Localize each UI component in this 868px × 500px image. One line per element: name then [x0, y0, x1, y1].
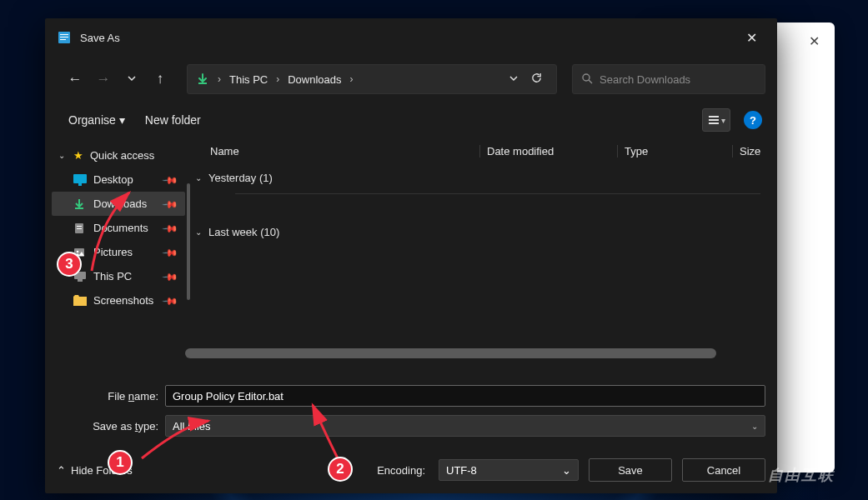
svg-rect-1	[60, 34, 68, 35]
chevron-down-icon: ⌄	[195, 228, 202, 237]
svg-rect-11	[77, 226, 82, 227]
sidebar-item-screenshots[interactable]: Screenshots 📌	[52, 288, 185, 312]
sidebar-item-label: Downloads	[93, 198, 147, 210]
col-type[interactable]: Type	[617, 145, 732, 158]
pin-icon: 📌	[162, 292, 179, 309]
savetype-label: Save as type:	[57, 420, 165, 432]
address-bar[interactable]: › This PC › Downloads ›	[187, 64, 557, 94]
chevron-down-icon: ⌄	[562, 464, 571, 477]
sidebar-item-desktop[interactable]: Desktop 📌	[52, 168, 185, 192]
download-icon	[73, 198, 87, 210]
button-row: ⌃ Hide Folders Encoding: UTF-8 ⌄ Save Ca…	[45, 445, 777, 493]
pictures-icon	[73, 247, 87, 258]
new-folder-button[interactable]: New folder	[145, 113, 201, 127]
filename-input[interactable]	[165, 385, 765, 407]
save-button[interactable]: Save	[589, 458, 672, 482]
svg-rect-8	[73, 174, 87, 183]
desktop-icon	[73, 174, 87, 186]
close-icon[interactable]: ✕	[809, 33, 820, 49]
group-label: Last week (10)	[208, 226, 279, 238]
savetype-combobox[interactable]: All Files ⌄	[165, 415, 765, 437]
file-list[interactable]: Name Date modified Type Size ⌄ Yesterday…	[185, 138, 777, 365]
list-group[interactable]: ⌄ Yesterday (1)	[185, 163, 777, 192]
horizontal-scrollbar[interactable]	[185, 348, 762, 358]
col-date[interactable]: Date modified	[479, 145, 617, 158]
up-button[interactable]: ↑	[148, 71, 172, 88]
savetype-value: All Files	[173, 420, 211, 432]
recent-locations-button[interactable]	[120, 71, 143, 88]
svg-rect-7	[709, 122, 719, 124]
pin-icon: 📌	[162, 171, 179, 188]
svg-point-4	[583, 74, 590, 81]
form-area: File name: Save as type: All Files ⌄	[45, 365, 777, 445]
nav-bar: ← → ↑ › This PC › Downloads › Search Dow…	[45, 57, 777, 102]
col-name[interactable]: Name	[210, 145, 479, 158]
main-area: ⌄ ★ Quick access Desktop 📌 Downloads 📌 D…	[45, 138, 777, 365]
encoding-combobox[interactable]: UTF-8 ⌄	[439, 459, 579, 481]
close-button[interactable]: ✕	[732, 18, 770, 57]
svg-rect-3	[60, 39, 66, 40]
pin-icon: 📌	[162, 219, 179, 237]
svg-rect-6	[709, 119, 719, 121]
chevron-down-icon: ⌄	[751, 422, 758, 431]
title-bar: Save As ✕	[45, 18, 777, 57]
star-icon: ★	[73, 149, 83, 162]
chevron-right-icon: ›	[276, 73, 279, 85]
watermark: 自由互联	[768, 465, 835, 485]
help-button[interactable]: ?	[744, 111, 762, 129]
filename-label: File name:	[57, 390, 165, 402]
nav-pane: ⌄ ★ Quick access Desktop 📌 Downloads 📌 D…	[45, 138, 185, 365]
chevron-up-icon: ⌃	[57, 464, 66, 477]
cancel-button[interactable]: Cancel	[682, 458, 765, 482]
group-divider	[235, 193, 760, 194]
view-mode-button[interactable]: ▾	[702, 108, 730, 132]
search-input[interactable]: Search Downloads	[572, 64, 765, 94]
refresh-button[interactable]	[530, 72, 543, 87]
sidebar-item-label: Documents	[93, 222, 148, 234]
chevron-down-icon: ▾	[721, 116, 725, 125]
group-label: Yesterday (1)	[208, 172, 273, 184]
sidebar-quick-access[interactable]: ⌄ ★ Quick access	[52, 143, 185, 168]
svg-point-14	[77, 250, 79, 252]
search-placeholder: Search Downloads	[600, 73, 690, 86]
pin-icon: 📌	[162, 195, 179, 212]
notepad-icon	[57, 30, 72, 45]
organise-button[interactable]: Organise ▾	[68, 113, 125, 127]
search-icon	[581, 72, 593, 87]
forward-button[interactable]: →	[92, 71, 115, 88]
sidebar-item-label: Screenshots	[93, 294, 153, 307]
sidebar-item-pictures[interactable]: Pictures 📌	[52, 240, 185, 264]
svg-rect-5	[709, 116, 719, 118]
previous-locations-button[interactable]	[509, 73, 519, 86]
path-segment-downloads[interactable]: Downloads	[288, 73, 341, 86]
documents-icon	[73, 222, 87, 234]
sidebar-item-downloads[interactable]: Downloads 📌	[52, 192, 185, 216]
sidebar-item-label: This PC	[93, 270, 132, 282]
svg-rect-12	[77, 228, 82, 229]
path-segment-thispc[interactable]: This PC	[229, 73, 268, 86]
sidebar-item-label: Desktop	[93, 173, 133, 186]
encoding-value: UTF-8	[446, 464, 477, 477]
svg-rect-2	[60, 37, 68, 38]
sidebar-item-thispc[interactable]: This PC 📌	[52, 264, 185, 288]
chevron-down-icon: ▾	[119, 113, 125, 127]
sidebar-label: Quick access	[90, 149, 154, 162]
pin-icon: 📌	[162, 243, 179, 261]
chevron-down-icon: ⌄	[195, 173, 202, 182]
svg-rect-9	[78, 183, 82, 186]
list-group[interactable]: ⌄ Last week (10)	[185, 218, 777, 246]
chevron-down-icon: ⌄	[58, 151, 67, 160]
download-icon	[196, 72, 209, 86]
sidebar-item-label: Pictures	[93, 246, 133, 258]
col-size[interactable]: Size	[732, 145, 777, 158]
back-button[interactable]: ←	[63, 71, 87, 88]
pin-icon: 📌	[162, 268, 179, 285]
sidebar-item-documents[interactable]: Documents 📌	[52, 216, 185, 240]
svg-rect-16	[78, 279, 83, 282]
chevron-right-icon: ›	[218, 73, 221, 85]
dialog-title: Save As	[80, 32, 120, 44]
column-headers[interactable]: Name Date modified Type Size	[185, 138, 777, 163]
folder-icon	[73, 295, 87, 307]
hide-folders-button[interactable]: ⌃ Hide Folders	[57, 464, 133, 477]
save-as-dialog: Save As ✕ ← → ↑ › This PC › Downloads ›	[45, 18, 777, 493]
